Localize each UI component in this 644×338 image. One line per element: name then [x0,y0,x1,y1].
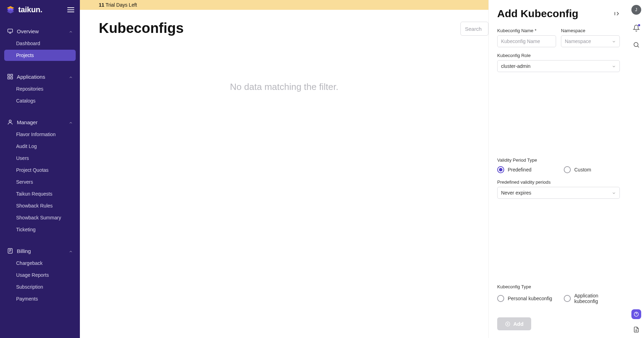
sidebar-header: taikun. [0,0,80,25]
nav-section-header-applications[interactable]: Applications [4,71,76,83]
nav-item-project-quotas[interactable]: Project Quotas [4,164,76,176]
svg-rect-1 [8,74,9,76]
help-fab[interactable] [631,309,641,319]
apps-icon [7,73,13,80]
radio-icon [497,295,504,302]
svg-rect-0 [8,29,13,32]
radio-predefined[interactable]: Predefined [497,166,553,173]
nav-section-label: Manager [17,119,37,125]
nav-item-audit-log[interactable]: Audit Log [4,141,76,152]
namespace-placeholder: Namespace [565,38,591,44]
trial-days: 11 [99,2,104,8]
nav-item-servers[interactable]: Servers [4,176,76,188]
namespace-select[interactable]: Namespace [561,35,620,47]
no-data-text: No data matching the filter. [99,82,470,92]
svg-point-5 [9,120,11,122]
hamburger-icon[interactable] [67,7,74,12]
kubeconfig-name-label: Kubeconfig Name * [497,28,556,33]
logo[interactable]: taikun. [6,5,42,15]
nav-section-billing: Billing Chargeback Usage Reports Subscri… [4,245,76,304]
drawer-title: Add Kubeconfig [497,8,578,20]
nav-item-projects[interactable]: Projects [4,50,76,61]
monitor-icon [7,28,13,34]
drawer-footer: Add [497,310,620,330]
nav-section-manager: Manager Flavor Information Audit Log Use… [4,116,76,235]
svg-point-8 [634,42,638,47]
logo-text: taikun. [18,5,42,14]
notification-dot [638,24,640,27]
nav: Overview Dashboard Projects Applica [0,25,80,338]
kubeconfig-name-group: Kubeconfig Name * [497,28,556,47]
logo-icon [6,5,15,15]
nav-section-header-billing[interactable]: Billing [4,245,76,257]
nav-item-ticketing[interactable]: Ticketing [4,224,76,235]
nav-item-catalogs[interactable]: Catalogs [4,95,76,106]
kubeconfig-name-input[interactable] [497,35,556,47]
billing-icon [7,248,13,254]
predefined-validity-periods-group: Predefined validity periods Never expire… [497,179,620,279]
document-icon[interactable] [633,326,640,333]
sidebar: taikun. Overview [0,0,80,338]
drawer-header: Add Kubeconfig [497,8,620,20]
chevron-up-icon [69,120,73,124]
add-kubeconfig-drawer: Add Kubeconfig Kubeconfig Name * Namespa… [488,0,628,338]
nav-section-overview: Overview Dashboard Projects [4,25,76,61]
nav-item-showback-rules[interactable]: Showback Rules [4,200,76,211]
validity-period-type-label: Validity Period Type [497,157,620,163]
trial-text: Trial Days Left [105,2,137,8]
svg-rect-2 [11,74,13,76]
radio-custom-label: Custom [574,167,591,172]
nav-item-users[interactable]: Users [4,153,76,164]
add-button[interactable]: Add [497,317,531,330]
kubeconfig-role-select[interactable]: cluster-admin [497,60,620,72]
chevron-up-icon [69,75,73,79]
nav-item-flavor-information[interactable]: Flavor Information [4,129,76,140]
nav-section-applications: Applications Repositories Catalogs [4,71,76,106]
avatar[interactable]: J [631,5,641,15]
nav-item-dashboard[interactable]: Dashboard [4,38,76,49]
nav-section-header-manager[interactable]: Manager [4,116,76,128]
notifications-icon[interactable] [633,24,640,31]
trial-banner: 11 Trial Days Left [80,0,488,10]
page-title: Kubeconfigs [99,20,470,36]
nav-item-payments[interactable]: Payments [4,293,76,304]
predefined-validity-periods-value: Never expires [501,190,531,196]
nav-section-header-overview[interactable]: Overview [4,25,76,37]
radio-personal-label: Personal kubeconfig [508,296,552,301]
nav-item-chargeback[interactable]: Chargeback [4,258,76,269]
right-rail: J [628,0,644,338]
svg-rect-4 [11,77,13,79]
nav-item-taikun-requests[interactable]: Taikun Requests [4,188,76,199]
nav-section-label: Billing [17,248,31,254]
radio-icon [497,166,504,173]
main: 11 Trial Days Left Kubeconfigs No data m… [80,0,488,338]
kubeconfig-role-group: Kubeconfig Role cluster-admin [497,53,620,152]
radio-personal-kubeconfig[interactable]: Personal kubeconfig [497,293,553,304]
chevron-down-icon [612,64,616,68]
chevron-up-icon [69,249,73,253]
nav-item-showback-summary[interactable]: Showback Summary [4,212,76,223]
chevron-up-icon [69,29,73,33]
kubeconfig-role-label: Kubeconfig Role [497,53,620,58]
nav-item-repositories[interactable]: Repositories [4,83,76,94]
radio-custom[interactable]: Custom [564,166,620,173]
predefined-validity-periods-label: Predefined validity periods [497,179,620,185]
radio-application-label: Application kubeconfig [574,293,620,304]
search-input[interactable] [460,22,488,36]
search-icon[interactable] [633,41,640,48]
plus-circle-icon [505,321,511,327]
predefined-validity-periods-select[interactable]: Never expires [497,187,620,199]
namespace-label: Namespace [561,28,620,33]
collapse-drawer-icon[interactable] [614,10,620,17]
radio-application-kubeconfig[interactable]: Application kubeconfig [564,293,620,304]
chevron-down-icon [612,39,616,43]
nav-section-label: Applications [17,74,45,80]
nav-item-subscription[interactable]: Subscription [4,281,76,293]
search-wrap [460,22,488,36]
radio-predefined-label: Predefined [508,167,532,172]
radio-icon [564,295,571,302]
nav-section-label: Overview [17,28,39,34]
user-icon [7,119,13,125]
nav-item-usage-reports[interactable]: Usage Reports [4,269,76,281]
chevron-down-icon [612,191,616,195]
